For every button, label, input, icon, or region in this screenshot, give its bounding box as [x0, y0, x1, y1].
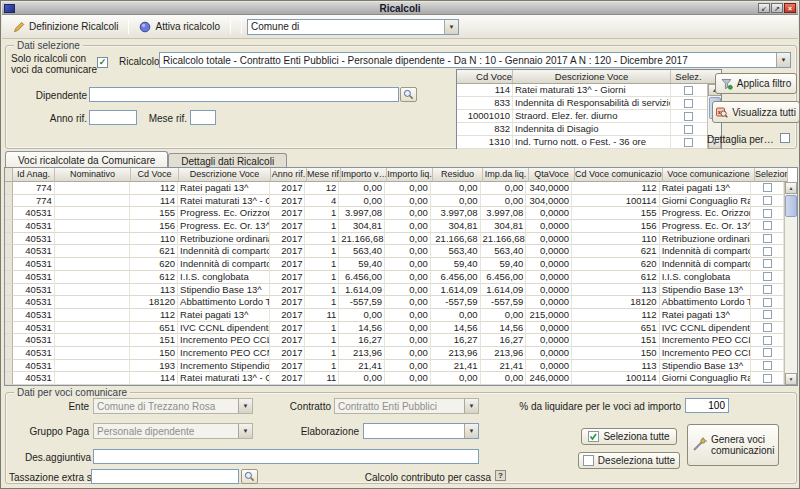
- seleziona-cell[interactable]: [751, 233, 784, 246]
- table-row[interactable]: 40531193Incremento Stipendio E2017121,41…: [5, 360, 784, 373]
- applica-filtro-button[interactable]: Applica filtro: [715, 73, 797, 94]
- voce-selez-cell[interactable]: [671, 97, 706, 109]
- attiva-ricalcolo-button[interactable]: Attiva ricalcolo: [134, 19, 224, 35]
- mese-rif-input[interactable]: [190, 110, 216, 125]
- seleziona-cell[interactable]: [751, 220, 784, 233]
- grid-column-header[interactable]: Seleziona: [755, 168, 788, 182]
- solo-ricalcoli-checkbox[interactable]: ✓: [97, 57, 108, 68]
- row-checkbox[interactable]: [763, 234, 772, 243]
- row-checkbox[interactable]: [763, 272, 772, 281]
- grid-column-header[interactable]: Id Anag.: [13, 168, 55, 182]
- seleziona-cell[interactable]: [751, 245, 784, 258]
- seleziona-cell[interactable]: [751, 347, 784, 360]
- voci-filter-row[interactable]: 10001010Straord. Elez. fer. diurno: [457, 110, 707, 123]
- tassazione-input[interactable]: [91, 469, 239, 484]
- voce-checkbox[interactable]: [684, 99, 693, 108]
- voce-checkbox[interactable]: [684, 125, 693, 134]
- scroll-up-icon[interactable]: ▲: [785, 182, 797, 194]
- voce-checkbox[interactable]: [684, 112, 693, 121]
- table-row[interactable]: 40531110Retribuzione ordinaria2017121.16…: [5, 233, 784, 246]
- voci-filter-row[interactable]: 833Indennita di Responsabilità di serviz…: [457, 97, 707, 110]
- seleziona-tutte-button[interactable]: Seleziona tutte: [581, 428, 677, 445]
- seleziona-cell[interactable]: [751, 207, 784, 220]
- row-checkbox[interactable]: [763, 209, 772, 218]
- grid-column-header[interactable]: Importo v…: [341, 168, 387, 182]
- table-row[interactable]: 4053118120Abbattimento Lordo TF20171-557…: [5, 296, 784, 309]
- grid-column-header[interactable]: Voce comunicazione: [663, 168, 755, 182]
- seleziona-cell[interactable]: [751, 182, 784, 195]
- voci-col-selez[interactable]: Selez.: [671, 70, 706, 83]
- table-row[interactable]: 774114Ratei maturati 13^ - Gi201740,000,…: [5, 195, 784, 208]
- grid-column-header[interactable]: Residuo: [433, 168, 483, 182]
- voce-selez-cell[interactable]: [671, 84, 706, 96]
- voci-col-cdvoce[interactable]: Cd Voce: [457, 70, 513, 83]
- table-row[interactable]: 40531151Incremento PEO CCL 02017116,270,…: [5, 334, 784, 347]
- maximize-button[interactable]: ↗: [771, 3, 783, 13]
- row-checkbox[interactable]: [763, 310, 772, 319]
- seleziona-cell[interactable]: [751, 284, 784, 297]
- voci-col-descrizione[interactable]: Descrizione Voce: [513, 70, 671, 83]
- perc-liquidare-input[interactable]: [685, 398, 729, 413]
- voci-filter-row[interactable]: 114Ratei maturati 13^ - Giorni: [457, 84, 707, 97]
- scroll-down-icon[interactable]: ▼: [785, 373, 797, 385]
- des-aggiuntiva-input[interactable]: [93, 449, 479, 464]
- voci-filter-row[interactable]: 832Indennita di Disagio: [457, 123, 707, 136]
- row-checkbox[interactable]: [763, 323, 772, 332]
- row-checkbox[interactable]: [763, 374, 772, 383]
- grid-column-header[interactable]: QtaVoce: [529, 168, 575, 182]
- table-row[interactable]: 40531114Ratei maturati 13^ - Gi2017110,0…: [5, 372, 784, 385]
- dipendente-search-button[interactable]: [400, 87, 417, 102]
- tassazione-search-button[interactable]: [241, 469, 258, 484]
- row-checkbox[interactable]: [763, 336, 772, 345]
- table-row[interactable]: 40531155Progress. Ec. Orizzonta201713.99…: [5, 207, 784, 220]
- scrollbar-thumb[interactable]: [785, 195, 797, 217]
- table-row[interactable]: 40531612I.I.S. conglobata201716.456,000,…: [5, 271, 784, 284]
- row-checkbox[interactable]: [763, 183, 772, 192]
- visualizza-tutti-button[interactable]: x Visualizza tutti: [712, 101, 800, 123]
- table-row[interactable]: 40531112Ratei pagati 13^2017110,000,000,…: [5, 309, 784, 322]
- table-row[interactable]: 40531651IVC CCNL dipendenti Bi2017114,56…: [5, 322, 784, 335]
- dettaglia-per-checkbox[interactable]: [780, 133, 790, 143]
- tab-voci-ricalcolate[interactable]: Voci ricalcolate da Comunicare: [5, 151, 168, 167]
- row-checkbox[interactable]: [763, 221, 772, 230]
- table-row[interactable]: 40531621Indennità di comparto -20171563,…: [5, 245, 784, 258]
- voce-selez-cell[interactable]: [671, 110, 706, 122]
- seleziona-cell[interactable]: [751, 334, 784, 347]
- definizione-ricalcoli-button[interactable]: Definizione Ricalcoli: [8, 19, 123, 35]
- seleziona-cell[interactable]: [751, 322, 784, 335]
- restore-down-button[interactable]: ↙: [758, 3, 770, 13]
- deseleziona-tutte-button[interactable]: Deseleziona tutte: [578, 452, 680, 469]
- row-checkbox[interactable]: [763, 196, 772, 205]
- grid-column-header[interactable]: Importo liq.: [387, 168, 433, 182]
- grid-column-header[interactable]: Cd Voce comunicazione: [575, 168, 663, 182]
- voce-selez-cell[interactable]: [671, 136, 706, 148]
- help-icon[interactable]: ?: [495, 470, 506, 481]
- ente-toolbar-combobox[interactable]: Comune di ▼: [247, 19, 459, 35]
- seleziona-cell[interactable]: [751, 195, 784, 208]
- grid-column-header[interactable]: Anno rif.: [271, 168, 307, 182]
- grid-column-header[interactable]: Imp.da liq.: [483, 168, 529, 182]
- ricalcolo-combobox[interactable]: Ricalcolo totale - Contratto Enti Pubbli…: [159, 52, 791, 68]
- seleziona-cell[interactable]: [751, 309, 784, 322]
- table-row[interactable]: 40531620Indennità di comparto -2017159,4…: [5, 258, 784, 271]
- grid-column-header[interactable]: Nominativo: [55, 168, 131, 182]
- seleziona-cell[interactable]: [751, 271, 784, 284]
- chevron-down-icon[interactable]: ▼: [444, 20, 458, 34]
- chevron-down-icon[interactable]: ▼: [464, 424, 478, 438]
- table-row[interactable]: 40531150Incremento PEO CCNL20171213,960,…: [5, 347, 784, 360]
- voci-filter-row[interactable]: 1310Ind. Turno nott. o Fest. - 36 ore: [457, 136, 707, 149]
- dipendente-input[interactable]: [89, 87, 399, 102]
- grid-column-header[interactable]: Mese rif.: [307, 168, 341, 182]
- voce-selez-cell[interactable]: [671, 123, 706, 135]
- grid-column-header[interactable]: Descrizione Voce: [179, 168, 271, 182]
- close-button[interactable]: ×: [784, 3, 796, 13]
- seleziona-cell[interactable]: [751, 296, 784, 309]
- title-bar[interactable]: Ricalcoli ↙ ↗ ×: [2, 2, 798, 15]
- table-row[interactable]: 40531156Progress. Ec. Or. 13^20171304,81…: [5, 220, 784, 233]
- row-checkbox[interactable]: [763, 285, 772, 294]
- row-checkbox[interactable]: [763, 259, 772, 268]
- seleziona-cell[interactable]: [751, 360, 784, 373]
- seleziona-cell[interactable]: [751, 372, 784, 385]
- row-checkbox[interactable]: [763, 247, 772, 256]
- anno-rif-input[interactable]: [89, 110, 137, 125]
